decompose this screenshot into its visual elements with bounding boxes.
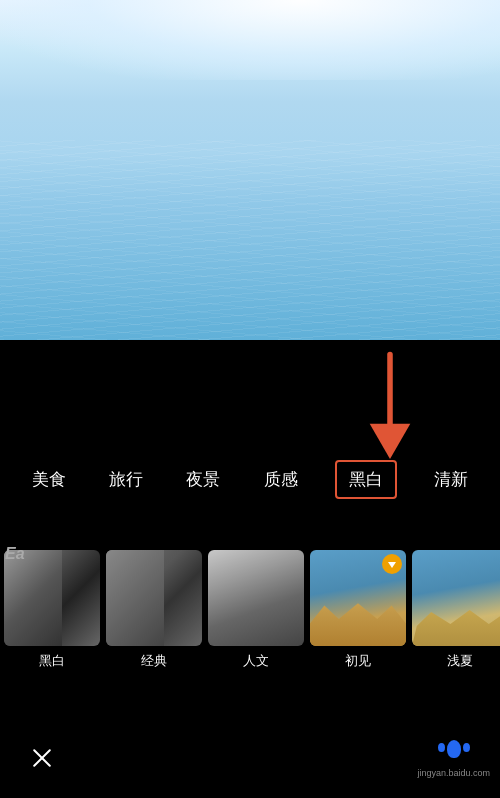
filter-label-qiaxia: 浅夏 [447,652,473,670]
category-lvxing[interactable]: 旅行 [103,460,149,499]
filter-thumb-heibai [4,550,100,646]
edit-area: 美食 旅行 夜景 质感 黑白 清新 黑白 经典 人文 初见 [0,340,500,798]
filter-thumb-qiaxia [412,550,500,646]
baidu-paw-icon [434,740,474,758]
category-yejing[interactable]: 夜景 [180,460,226,499]
baidu-watermark: jingyan.baidu.com [417,740,490,778]
download-badge [382,554,402,574]
paw-center-icon [447,740,461,758]
filter-item-renwen[interactable]: 人文 [208,550,304,670]
category-heibai[interactable]: 黑白 [335,460,397,499]
filter-label-jingdian: 经典 [141,652,167,670]
filter-label-heibai: 黑白 [39,652,65,670]
filter-thumb-chujian [310,550,406,646]
filter-thumb-renwen [208,550,304,646]
download-arrow-icon [388,562,396,568]
arrow-indicator [360,350,420,470]
paw-left-icon [438,743,445,752]
baidu-text-row: jingyan.baidu.com [417,768,490,778]
site-text: jingyan.baidu.com [417,768,490,778]
photo-area [0,0,500,340]
filter-categories: 美食 旅行 夜景 质感 黑白 清新 [0,460,500,499]
filter-label-renwen: 人文 [243,652,269,670]
category-meishi[interactable]: 美食 [26,460,72,499]
category-qingxin[interactable]: 清新 [428,460,474,499]
baidu-logo [434,740,474,766]
close-button[interactable] [20,736,64,780]
paw-right-icon [463,743,470,752]
filter-item-heibai[interactable]: 黑白 [4,550,100,670]
filter-item-chujian[interactable]: 初见 [310,550,406,670]
bottom-bar: jingyan.baidu.com [0,718,500,798]
close-icon [30,746,54,770]
filter-item-qiaxia[interactable]: 浅夏 [412,550,500,670]
category-zhigan[interactable]: 质感 [258,460,304,499]
filter-thumb-jingdian [106,550,202,646]
filter-thumbnails: 黑白 经典 人文 初见 浅夏 [0,550,500,670]
filter-label-chujian: 初见 [345,652,371,670]
ea-label: Ea [5,545,25,563]
filter-item-jingdian[interactable]: 经典 [106,550,202,670]
svg-marker-1 [370,424,411,459]
